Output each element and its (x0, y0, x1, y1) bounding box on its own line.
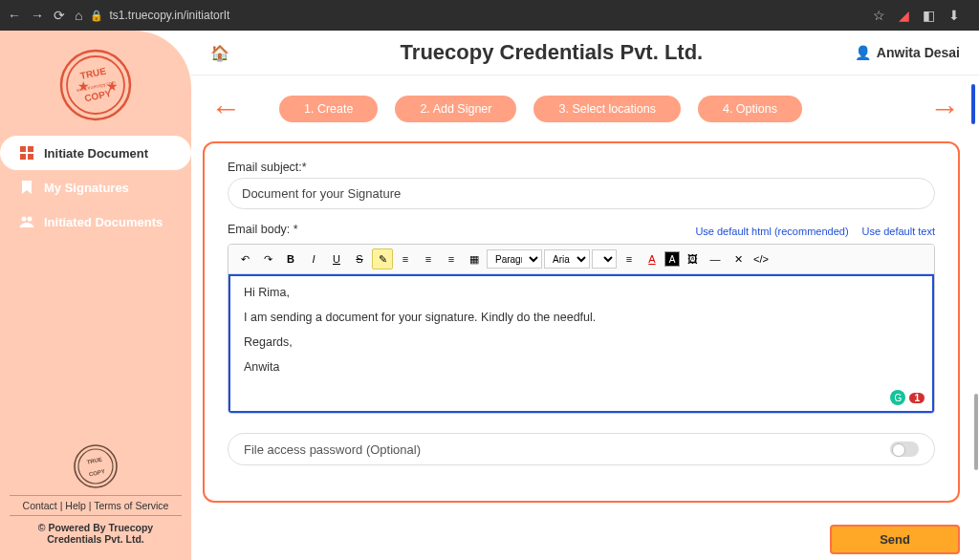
footer-logo: TRUECOPY (73, 443, 119, 489)
body-line: Regards, (244, 335, 919, 349)
file-password-label: File access password (Optional) (244, 442, 421, 457)
people-icon (19, 214, 34, 229)
url-text: ts1.truecopy.in/initiatorIt (109, 9, 229, 22)
file-password-row: File access password (Optional) (228, 433, 935, 465)
align-right-icon[interactable]: ≡ (441, 248, 462, 269)
rich-editor: ↶ ↷ B I U S ✎ ≡ ≡ ≡ ▦ Paragraph Arial 3 … (228, 244, 935, 414)
highlight-icon[interactable]: ✎ (372, 248, 393, 269)
align-justify-icon[interactable]: ▦ (464, 248, 485, 269)
sidebar-item-label: My Signatures (44, 181, 129, 195)
sidebar-item-signatures[interactable]: My Signatures (0, 170, 191, 205)
sidebar-item-initiated[interactable]: Initiated Documents (0, 205, 191, 239)
svg-text:★: ★ (106, 78, 119, 94)
user-icon: 👤 (855, 45, 871, 60)
footer-copyright: © Powered By Truecopy Credentials Pvt. L… (10, 516, 182, 550)
hr-icon[interactable]: ― (705, 248, 726, 269)
header: 🏠 Truecopy Credentials Pvt. Ltd. 👤 Anwit… (191, 31, 979, 75)
grammarly-count: 1 (909, 393, 925, 403)
main-content: 🏠 Truecopy Credentials Pvt. Ltd. 👤 Anwit… (191, 31, 979, 560)
svg-point-14 (78, 449, 113, 484)
grid-icon (19, 145, 34, 161)
sidebar: TRUECOPYwww.truecopy.com★★ Initiate Docu… (0, 31, 191, 560)
svg-text:★: ★ (77, 78, 90, 94)
bg-color-icon[interactable]: A (664, 251, 680, 267)
body-line: Anwita (244, 360, 919, 374)
default-text-link[interactable]: Use default text (862, 226, 935, 237)
align-left-icon[interactable]: ≡ (395, 248, 416, 269)
extension-icon[interactable]: ◧ (923, 8, 935, 23)
svg-text:COPY: COPY (89, 468, 106, 477)
download-icon[interactable]: ⬇ (948, 8, 960, 23)
user-name: Anwita Desai (877, 45, 960, 60)
clear-icon[interactable]: ✕ (728, 248, 749, 269)
body-label: Email body: * (228, 223, 298, 236)
content-card: Email subject:* Email body: * Use defaul… (203, 141, 960, 503)
send-button[interactable]: Send (830, 525, 960, 554)
step-add-signer[interactable]: 2. Add Signer (395, 96, 516, 122)
align-center-icon[interactable]: ≡ (418, 248, 439, 269)
svg-point-11 (22, 217, 27, 222)
sidebar-item-initiate[interactable]: Initiate Document (0, 136, 191, 170)
sidebar-item-label: Initiated Documents (44, 215, 163, 229)
reload-button[interactable]: ⟳ (54, 8, 65, 23)
prev-arrow[interactable]: ← (210, 91, 241, 126)
svg-point-13 (75, 445, 117, 487)
truecopy-logo: TRUECOPYwww.truecopy.com★★ (58, 48, 133, 122)
grammarly-icon: G (890, 390, 905, 405)
url-bar[interactable]: 🔒 ts1.truecopy.in/initiatorIt (90, 9, 358, 22)
editor-toolbar: ↶ ↷ B I U S ✎ ≡ ≡ ≡ ▦ Paragraph Arial 3 … (228, 245, 934, 274)
image-icon[interactable]: 🖼 (682, 248, 703, 269)
lock-icon: 🔒 (90, 10, 103, 22)
forward-button[interactable]: → (31, 8, 44, 23)
page-scrollbar[interactable] (974, 126, 978, 550)
svg-text:TRUE: TRUE (86, 456, 102, 464)
svg-rect-9 (20, 154, 26, 160)
subject-input[interactable] (228, 178, 935, 209)
step-locations[interactable]: 3. Select locations (533, 96, 680, 122)
step-create[interactable]: 1. Create (279, 96, 378, 122)
footer-links[interactable]: Contact | Help | Terms of Service (10, 495, 182, 516)
svg-rect-8 (28, 146, 33, 152)
grammarly-widget[interactable]: G 1 (890, 390, 925, 405)
paragraph-select[interactable]: Paragraph (487, 249, 542, 269)
editor-body[interactable]: Hi Rima, I am sending a document for you… (228, 274, 934, 413)
sidebar-item-label: Initiate Document (44, 146, 148, 161)
steps-row: ← 1. Create 2. Add Signer 3. Select loca… (191, 75, 979, 141)
size-select[interactable]: 3 (592, 249, 617, 269)
text-color-icon[interactable]: A (642, 248, 663, 269)
company-title: Truecopy Credentials Pvt. Ltd. (249, 40, 855, 65)
svg-rect-7 (20, 146, 26, 152)
file-password-toggle[interactable] (890, 442, 919, 457)
italic-icon[interactable]: I (303, 248, 324, 269)
body-line: I am sending a document for your signatu… (244, 311, 919, 324)
redo-icon[interactable]: ↷ (257, 248, 278, 269)
bookmark-icon (19, 180, 34, 195)
back-button[interactable]: ← (8, 8, 21, 23)
source-icon[interactable]: </> (751, 248, 772, 269)
strike-icon[interactable]: S (349, 248, 370, 269)
logo-wrap: TRUECOPYwww.truecopy.com★★ (0, 31, 191, 136)
bold-icon[interactable]: B (280, 248, 301, 269)
font-select[interactable]: Arial (544, 249, 590, 269)
next-arrow[interactable]: → (929, 91, 960, 126)
body-line: Hi Rima, (244, 286, 919, 299)
star-icon[interactable]: ☆ (873, 8, 885, 23)
undo-icon[interactable]: ↶ (234, 248, 255, 269)
svg-point-12 (28, 217, 33, 222)
underline-icon[interactable]: U (326, 248, 347, 269)
user-badge[interactable]: 👤 Anwita Desai (855, 45, 960, 60)
mute-icon[interactable]: ◢ (899, 8, 909, 23)
default-html-link[interactable]: Use default html (recommended) (695, 226, 848, 237)
subject-label: Email subject:* (228, 161, 935, 174)
step-options[interactable]: 4. Options (698, 96, 802, 122)
home-button[interactable]: ⌂ (75, 8, 82, 23)
svg-rect-10 (28, 154, 33, 160)
home-icon[interactable]: 🏠 (210, 44, 229, 62)
sub-icon[interactable]: ≡ (619, 248, 640, 269)
browser-chrome: ← → ⟳ ⌂ 🔒 ts1.truecopy.in/initiatorIt ☆ … (0, 0, 979, 31)
